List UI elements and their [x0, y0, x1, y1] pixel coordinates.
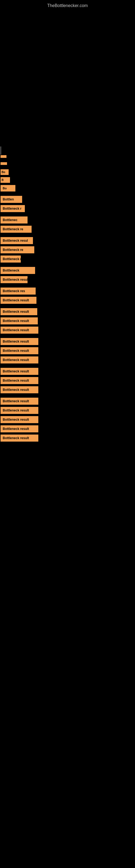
result-bar: Bottleneck result: [1, 407, 38, 414]
result-bar: Bottleneck result: [1, 347, 38, 354]
result-row: Bottleneck result: [0, 424, 135, 433]
result-row: Bottleneck result: [0, 355, 135, 365]
result-row: Bottleneck result: [0, 307, 135, 316]
result-bar: Bottleneck result: [1, 338, 38, 345]
result-row: Bottleneck result: [0, 296, 135, 305]
result-bar: Bottlen: [1, 196, 22, 203]
result-row: Bottleneck re: [0, 225, 135, 234]
result-bar: Bottleneck result: [1, 386, 38, 393]
result-bar: Bottleneck result: [1, 377, 38, 384]
result-row: Bottleneck resul: [0, 236, 135, 245]
result-row: [0, 161, 135, 166]
result-row: Bottleneck result: [0, 346, 135, 355]
result-row: Bottleneck re: [0, 245, 135, 254]
result-bar: Bottleneck result: [1, 327, 38, 334]
result-row: Bottleneck r: [0, 204, 135, 213]
result-bar: Bottleneck result: [1, 398, 38, 405]
result-row: Bottleneck result: [0, 316, 135, 326]
result-row: Bottleneck result: [0, 385, 135, 394]
result-bar: Bottleneck result: [1, 368, 38, 375]
result-bar: Bottleneck: [1, 267, 35, 274]
result-row: Bottleneck result: [0, 275, 135, 284]
result-row: Bottleneck res: [0, 286, 135, 296]
result-bar: Bottleneck resul: [1, 237, 33, 244]
result-row: Bo: [0, 168, 135, 176]
result-row: Bottleneck result: [0, 433, 135, 443]
result-row: [0, 154, 135, 159]
result-row: Bottleneck result: [0, 406, 135, 415]
result-row: Bottlenec: [0, 215, 135, 225]
result-bar: B: [1, 177, 10, 183]
result-bar: Bottleneck result: [1, 317, 38, 324]
chart-area: [0, 10, 135, 151]
result-bar: Bottleneck result: [1, 297, 37, 304]
cursor-line: [1, 147, 1, 155]
result-bar: Bottleneck re: [1, 246, 34, 253]
result-bar: Bo: [1, 185, 15, 191]
result-bar: Bo: [1, 169, 9, 175]
result-row: Bottleneck result: [0, 367, 135, 376]
result-bar: Bottleneck res: [1, 255, 21, 262]
result-bar: Bottleneck res: [1, 287, 36, 294]
result-row: Bo: [0, 184, 135, 193]
result-row: Bottlen: [0, 195, 135, 204]
results-container: BoBBoBottlenBottleneck rBottlenecBottlen…: [0, 151, 135, 445]
result-bar: Bottleneck result: [1, 416, 38, 423]
result-row: Bottleneck result: [0, 337, 135, 346]
result-bar: Bottleneck result: [1, 435, 38, 442]
result-bar: Bottleneck r: [1, 205, 25, 212]
result-bar: Bottlenec: [1, 216, 28, 223]
site-title: TheBottlenecker.com: [0, 0, 135, 10]
result-row: Bottleneck result: [0, 397, 135, 406]
result-row: Bottleneck: [0, 266, 135, 275]
result-row: Bottleneck result: [0, 326, 135, 335]
result-row: Bottleneck result: [0, 415, 135, 424]
result-bar: Bottleneck result: [1, 356, 38, 364]
site-header: TheBottlenecker.com: [0, 0, 135, 10]
result-row: Bottleneck res: [0, 254, 135, 264]
result-bar: Bottleneck result: [1, 276, 28, 283]
result-bar: [1, 162, 7, 165]
result-row: Bottleneck result: [0, 376, 135, 385]
result-row: B: [0, 176, 135, 184]
result-bar: [1, 155, 6, 158]
result-bar: Bottleneck result: [1, 308, 37, 315]
result-bar: Bottleneck re: [1, 226, 32, 233]
result-bar: Bottleneck result: [1, 425, 38, 432]
